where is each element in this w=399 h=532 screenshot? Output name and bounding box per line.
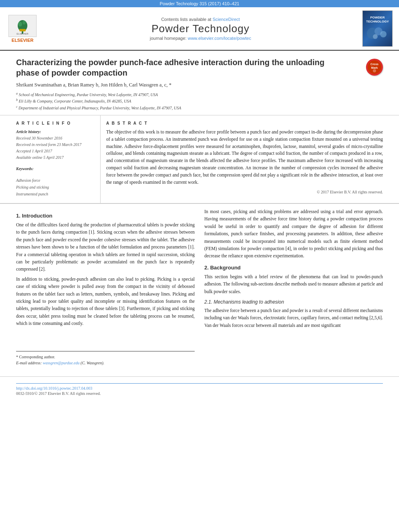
journal-homepage: journal homepage: www.elsevier.com/locat… <box>39 36 362 41</box>
svg-point-3 <box>23 21 26 25</box>
svg-text:Mark: Mark <box>371 66 378 69</box>
journal-homepage-link[interactable]: www.elsevier.com/locate/powtec <box>188 36 251 41</box>
crossmark-badge: Cross Mark <box>366 59 383 76</box>
accepted-date: Accepted 1 April 2017 <box>16 149 52 153</box>
sciencedirect-link[interactable]: ScienceDirect <box>212 17 240 22</box>
two-column-layout: 1. Introduction One of the difficulties … <box>16 208 383 367</box>
left-column: 1. Introduction One of the difficulties … <box>16 208 195 367</box>
journal-header-center: Contents lists available at ScienceDirec… <box>39 17 362 41</box>
email-link[interactable]: wassgren@purdue.edu <box>43 361 80 365</box>
article-title-row: Characterizing the powder punch-face adh… <box>16 57 383 78</box>
authors: Shrikant Swaminathan a, Brian Ramey b, J… <box>16 82 383 88</box>
svg-point-2 <box>18 22 22 27</box>
svg-text:Cross: Cross <box>370 63 378 66</box>
elsevier-tree-logo: ELSEVIER <box>8 15 37 37</box>
affiliation-a: a School of Mechanical Engineering, Purd… <box>16 91 383 98</box>
right-column: In most cases, picking and sticking prob… <box>204 208 383 367</box>
elsevier-brand-text: ELSEVIER <box>12 38 33 43</box>
keywords-list: Adhesion force Picking and sticking Inst… <box>16 177 95 197</box>
issn-line: 0032-5910/© 2017 Elsevier B.V. All right… <box>16 391 383 396</box>
mechanisms-heading: 2.1. Mechanisms leading to adhesion <box>204 299 383 305</box>
doi-issn-section: http://dx.doi.org/10.1016/j.powtec.2017.… <box>16 383 383 396</box>
article-info-column: A R T I C L E I N F O Article history: R… <box>16 115 101 203</box>
journal-cover-image: POWDERTECHNOLOGY <box>362 10 393 47</box>
intro-para-1: One of the difficulties faced during the… <box>16 221 195 273</box>
main-content: 1. Introduction One of the difficulties … <box>0 203 399 375</box>
contents-available-line: Contents lists available at ScienceDirec… <box>39 17 362 22</box>
email-note: E-mail address: wassgren@purdue.edu (C. … <box>16 361 104 365</box>
article-footer: http://dx.doi.org/10.1016/j.powtec.2017.… <box>0 376 399 399</box>
keywords-section: Keywords: Adhesion force Picking and sti… <box>16 166 95 197</box>
top-bar: Powder Technology 315 (2017) 410–421 <box>0 0 399 7</box>
article-title: Characterizing the powder punch-face adh… <box>16 57 346 78</box>
affiliations: a School of Mechanical Engineering, Purd… <box>16 91 383 111</box>
affiliation-b: b Eli Lilly & Company, Corporate Center,… <box>16 98 383 104</box>
keyword-2: Picking and sticking <box>16 185 49 189</box>
keyword-3: Instrumented punch <box>16 192 48 196</box>
introduction-heading: 1. Introduction <box>16 213 195 219</box>
svg-point-8 <box>380 31 387 37</box>
article-header: Characterizing the powder punch-face adh… <box>0 51 399 115</box>
footnote-area: * Corresponding author. E-mail address: … <box>16 351 195 366</box>
revised-date: Received in revised form 23 March 2017 <box>16 142 82 147</box>
intro-para-2: In addition to sticking, powder-punch ad… <box>16 275 195 327</box>
corresponding-author-note: * Corresponding author. E-mail address: … <box>16 354 195 366</box>
journal-header: ELSEVIER ELSEVIER Contents lists availab… <box>0 7 399 51</box>
svg-text:ELSEVIER: ELSEVIER <box>16 33 29 35</box>
right-intro-para: In most cases, picking and sticking prob… <box>204 208 383 260</box>
elsevier-logo: ELSEVIER ELSEVIER <box>6 15 39 43</box>
article-body-upper: A R T I C L E I N F O Article history: R… <box>0 115 399 203</box>
available-date: Available online 5 April 2017 <box>16 155 64 160</box>
keyword-1: Adhesion force <box>16 178 40 183</box>
abstract-column: A B S T R A C T The objective of this wo… <box>106 115 383 203</box>
doi-link: http://dx.doi.org/10.1016/j.powtec.2017.… <box>16 386 383 390</box>
article-history: Article history: Received 30 November 20… <box>16 129 95 161</box>
journal-title: Powder Technology <box>39 23 362 35</box>
svg-rect-4 <box>19 29 26 31</box>
svg-point-9 <box>373 34 378 39</box>
journal-issue-info: Powder Technology 315 (2017) 410–421 <box>160 1 239 6</box>
abstract-heading: A B S T R A C T <box>106 121 383 125</box>
background-heading: 2. Background <box>204 265 383 271</box>
copyright-line: © 2017 Elsevier B.V. All rights reserved… <box>106 190 383 194</box>
affiliation-c: c Department of Industrial and Physical … <box>16 105 383 111</box>
background-para: This section begins with a brief review … <box>204 273 383 295</box>
mechanisms-para: The adhesive force between a punch face … <box>204 307 383 329</box>
svg-point-13 <box>373 69 376 72</box>
received-date: Received 30 November 2016 <box>16 136 62 140</box>
info-abstract-wrapper: A R T I C L E I N F O Article history: R… <box>0 115 399 203</box>
doi-anchor[interactable]: http://dx.doi.org/10.1016/j.powtec.2017.… <box>16 386 93 390</box>
article-info-heading: A R T I C L E I N F O <box>16 121 95 125</box>
abstract-text: The objective of this work is to measure… <box>106 129 383 186</box>
